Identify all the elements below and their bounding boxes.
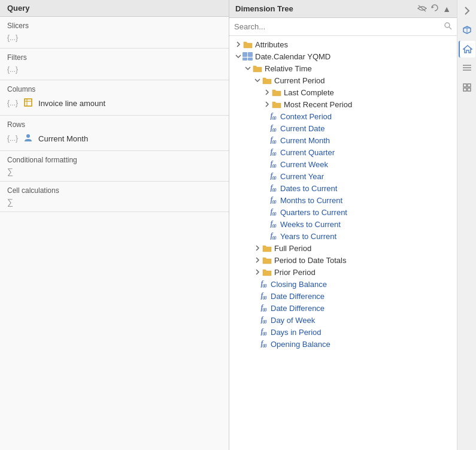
- tree-arrow-prior-period[interactable]: [253, 268, 262, 276]
- columns-item: {...}Invoice line amount: [7, 96, 222, 110]
- tree-item-current-quarter[interactable]: f00Current Quarter: [229, 146, 457, 158]
- columns-item-text: Invoice line amount: [38, 99, 105, 108]
- hide-icon[interactable]: [417, 4, 427, 14]
- sidebar-home-icon[interactable]: [459, 41, 475, 58]
- tree-item-attributes[interactable]: Attributes: [229, 38, 457, 50]
- svg-rect-10: [242, 58, 247, 61]
- svg-point-3: [26, 134, 30, 138]
- tree-label-dates-to-current: Dates to Current: [280, 184, 337, 193]
- columns-section: Columns{...}Invoice line amount: [0, 80, 229, 116]
- tree-label-last-complete: Last Complete: [284, 88, 334, 97]
- tree-label-date-difference-1: Date Difference: [271, 292, 325, 301]
- tree-item-most-recent-period[interactable]: Most Recent Period: [229, 98, 457, 110]
- tree-label-date-calendar: Date.Calendar YQMD: [255, 52, 331, 61]
- tree-arrow-date-difference-1[interactable]: [253, 292, 258, 300]
- tree-icon-current-year: f00: [268, 171, 278, 181]
- tree-item-day-of-week[interactable]: f00Day of Week: [229, 314, 457, 326]
- tree-container[interactable]: Attributes Date.Calendar YQMDRelative Ti…: [229, 36, 457, 450]
- tree-arrow-weeks-to-current[interactable]: [263, 220, 268, 228]
- tree-item-years-to-current[interactable]: f00Years to Current: [229, 230, 457, 242]
- tree-label-opening-balance: Opening Balance: [271, 340, 331, 349]
- tree-arrow-relative-time[interactable]: [244, 64, 252, 73]
- tree-item-context-period[interactable]: f00Context Period: [229, 110, 457, 122]
- tree-item-current-period[interactable]: Current Period: [229, 74, 457, 86]
- tree-item-days-in-period[interactable]: f00Days in Period: [229, 326, 457, 338]
- slicers-placeholder: {...}: [7, 32, 222, 43]
- tree-arrow-full-period[interactable]: [253, 244, 262, 252]
- cell-calculations-section: Cell calculations ∑: [0, 182, 229, 212]
- sidebar-grid-icon[interactable]: [459, 79, 475, 96]
- sidebar-arrow-right[interactable]: [459, 2, 475, 19]
- svg-rect-11: [248, 58, 253, 61]
- tree-label-day-of-week: Day of Week: [271, 316, 315, 325]
- filters-title: Filters: [7, 53, 222, 62]
- tree-item-period-to-date[interactable]: Period to Date Totals: [229, 254, 457, 266]
- scroll-up-icon[interactable]: ▲: [442, 4, 451, 14]
- tree-arrow-dates-to-current[interactable]: [263, 184, 268, 192]
- tree-item-prior-period[interactable]: Prior Period: [229, 266, 457, 278]
- tree-arrow-date-difference-2[interactable]: [253, 304, 258, 312]
- tree-label-current-period: Current Period: [274, 76, 325, 85]
- dimension-header: Dimension Tree ▲: [229, 0, 457, 18]
- tree-arrow-current-quarter[interactable]: [263, 148, 268, 156]
- conditional-formatting-section: Conditional formatting ∑: [0, 151, 229, 182]
- tree-item-date-difference-2[interactable]: f00Date Difference: [229, 302, 457, 314]
- refresh-icon[interactable]: [430, 4, 439, 14]
- tree-icon-full-period: [262, 243, 272, 253]
- tree-item-relative-time[interactable]: Relative Time: [229, 62, 457, 74]
- tree-icon-relative-time: [252, 64, 263, 73]
- tree-icon-context-period: f00: [268, 111, 278, 121]
- tree-item-opening-balance[interactable]: f00Opening Balance: [229, 338, 457, 350]
- tree-label-current-week: Current Week: [280, 160, 328, 169]
- tree-arrow-current-month[interactable]: [263, 136, 268, 144]
- slicers-title: Slicers: [7, 22, 222, 30]
- tree-item-last-complete[interactable]: Last Complete: [229, 86, 457, 98]
- tree-icon-most-recent-period: [271, 99, 282, 109]
- tree-arrow-current-date[interactable]: [263, 124, 268, 132]
- search-input[interactable]: [234, 22, 444, 31]
- tree-item-current-month[interactable]: f00Current Month: [229, 134, 457, 146]
- tree-icon-current-week: f00: [268, 159, 278, 169]
- tree-item-current-date[interactable]: f00Current Date: [229, 122, 457, 134]
- tree-arrow-opening-balance[interactable]: [253, 340, 258, 348]
- tree-label-context-period: Context Period: [280, 112, 332, 121]
- sidebar-lines-icon[interactable]: [459, 60, 475, 77]
- tree-arrow-last-complete[interactable]: [263, 88, 271, 96]
- tree-item-months-to-current[interactable]: f00Months to Current: [229, 194, 457, 206]
- tree-icon-quarters-to-current: f00: [268, 207, 278, 217]
- svg-rect-9: [248, 52, 253, 57]
- tree-arrow-period-to-date[interactable]: [253, 256, 262, 264]
- tree-arrow-years-to-current[interactable]: [263, 232, 268, 240]
- tree-arrow-day-of-week[interactable]: [253, 316, 258, 324]
- tree-arrow-most-recent-period[interactable]: [263, 100, 271, 108]
- sidebar-cube-icon[interactable]: [459, 22, 475, 38]
- tree-arrow-context-period[interactable]: [263, 112, 268, 120]
- tree-arrow-months-to-current[interactable]: [263, 196, 268, 204]
- tree-arrow-quarters-to-current[interactable]: [263, 208, 268, 216]
- tree-item-dates-to-current[interactable]: f00Dates to Current: [229, 182, 457, 194]
- svg-rect-8: [242, 52, 247, 57]
- tree-item-closing-balance[interactable]: f00Closing Balance: [229, 278, 457, 290]
- tree-item-current-year[interactable]: f00Current Year: [229, 170, 457, 182]
- tree-item-weeks-to-current[interactable]: f00Weeks to Current: [229, 218, 457, 230]
- tree-arrow-current-week[interactable]: [263, 160, 268, 168]
- tree-item-date-difference-1[interactable]: f00Date Difference: [229, 290, 457, 302]
- tree-arrow-closing-balance[interactable]: [253, 280, 258, 288]
- tree-item-quarters-to-current[interactable]: f00Quarters to Current: [229, 206, 457, 218]
- tree-item-date-calendar[interactable]: Date.Calendar YQMD: [229, 50, 457, 62]
- tree-arrow-current-period[interactable]: [253, 76, 262, 84]
- tree-label-relative-time: Relative Time: [265, 64, 312, 73]
- tree-arrow-current-year[interactable]: [263, 172, 268, 180]
- tree-item-current-week[interactable]: f00Current Week: [229, 158, 457, 170]
- tree-arrow-attributes[interactable]: [234, 40, 242, 49]
- svg-point-6: [445, 23, 450, 28]
- tree-icon-opening-balance: f00: [258, 339, 269, 349]
- tree-arrow-date-calendar[interactable]: [234, 52, 242, 61]
- sigma-icon-1: ∑: [7, 167, 222, 176]
- tree-arrow-days-in-period[interactable]: [253, 328, 258, 336]
- tree-icon-date-calendar: [242, 52, 253, 61]
- tree-icon-days-in-period: f00: [258, 327, 269, 337]
- tree-item-full-period[interactable]: Full Period: [229, 242, 457, 254]
- tree-icon-current-quarter: f00: [268, 147, 278, 157]
- right-sidebar: [457, 0, 476, 450]
